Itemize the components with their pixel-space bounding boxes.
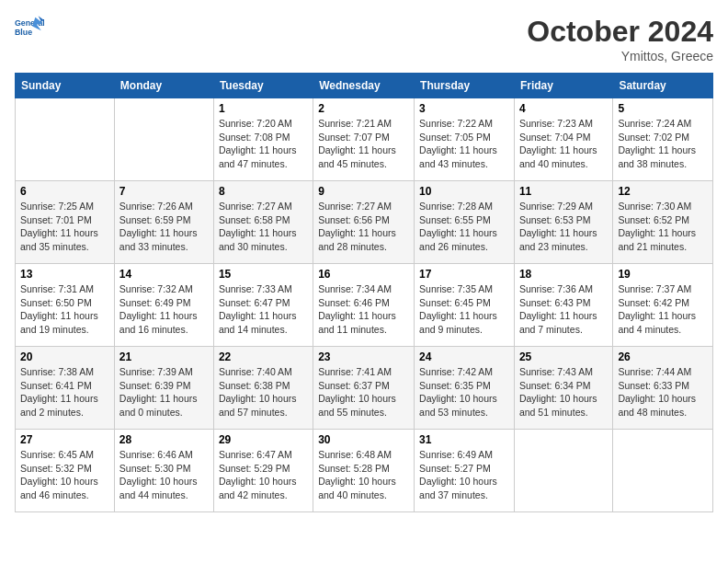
day-cell: 11Sunrise: 7:29 AMSunset: 6:53 PMDayligh… — [514, 181, 612, 264]
day-number: 5 — [618, 102, 708, 115]
week-row-1: 1Sunrise: 7:20 AMSunset: 7:08 PMDaylight… — [16, 98, 713, 181]
day-cell — [114, 98, 213, 181]
day-number: 25 — [519, 350, 608, 363]
day-info: Sunrise: 7:33 AMSunset: 6:47 PMDaylight:… — [219, 283, 297, 335]
day-number: 15 — [219, 268, 308, 281]
day-number: 17 — [419, 268, 509, 281]
day-cell: 13Sunrise: 7:31 AMSunset: 6:50 PMDayligh… — [16, 264, 115, 347]
logo: General Blue — [15, 15, 44, 40]
day-info: Sunrise: 7:30 AMSunset: 6:52 PMDaylight:… — [618, 201, 696, 252]
day-cell: 3Sunrise: 7:22 AMSunset: 7:05 PMDaylight… — [415, 98, 515, 181]
day-number: 6 — [20, 185, 109, 198]
header-tuesday: Tuesday — [213, 74, 313, 98]
header-thursday: Thursday — [415, 74, 515, 98]
day-cell: 2Sunrise: 7:21 AMSunset: 7:07 PMDaylight… — [313, 98, 415, 181]
day-info: Sunrise: 7:32 AMSunset: 6:49 PMDaylight:… — [119, 283, 198, 335]
day-info: Sunrise: 7:39 AMSunset: 6:39 PMDaylight:… — [119, 366, 198, 418]
day-number: 18 — [519, 268, 608, 281]
day-info: Sunrise: 7:35 AMSunset: 6:45 PMDaylight:… — [419, 283, 497, 335]
calendar-table: SundayMondayTuesdayWednesdayThursdayFrid… — [15, 73, 713, 512]
day-number: 26 — [618, 350, 708, 363]
day-cell: 29Sunrise: 6:47 AMSunset: 5:29 PMDayligh… — [213, 430, 313, 512]
day-cell: 30Sunrise: 6:48 AMSunset: 5:28 PMDayligh… — [313, 430, 415, 512]
day-number: 28 — [119, 433, 209, 446]
day-info: Sunrise: 7:42 AMSunset: 6:35 PMDaylight:… — [419, 366, 497, 418]
day-number: 13 — [20, 268, 109, 281]
day-number: 20 — [20, 350, 109, 363]
day-cell: 17Sunrise: 7:35 AMSunset: 6:45 PMDayligh… — [415, 264, 515, 347]
day-number: 2 — [318, 102, 409, 115]
header-monday: Monday — [114, 74, 213, 98]
day-info: Sunrise: 6:48 AMSunset: 5:28 PMDaylight:… — [318, 449, 396, 500]
day-info: Sunrise: 6:49 AMSunset: 5:27 PMDaylight:… — [419, 449, 497, 500]
week-row-3: 13Sunrise: 7:31 AMSunset: 6:50 PMDayligh… — [16, 264, 713, 347]
day-number: 23 — [318, 350, 409, 363]
day-number: 30 — [318, 433, 409, 446]
day-cell: 12Sunrise: 7:30 AMSunset: 6:52 PMDayligh… — [613, 181, 713, 264]
day-number: 11 — [519, 185, 608, 198]
location-subtitle: Ymittos, Greece — [527, 49, 713, 63]
day-info: Sunrise: 7:36 AMSunset: 6:43 PMDaylight:… — [519, 283, 597, 335]
day-info: Sunrise: 7:38 AMSunset: 6:41 PMDaylight:… — [20, 366, 98, 418]
day-number: 1 — [219, 102, 308, 115]
day-number: 22 — [219, 350, 308, 363]
day-info: Sunrise: 7:23 AMSunset: 7:04 PMDaylight:… — [519, 118, 597, 169]
day-cell — [16, 98, 115, 181]
day-info: Sunrise: 7:27 AMSunset: 6:56 PMDaylight:… — [318, 201, 396, 252]
day-info: Sunrise: 7:29 AMSunset: 6:53 PMDaylight:… — [519, 201, 597, 252]
day-cell: 14Sunrise: 7:32 AMSunset: 6:49 PMDayligh… — [114, 264, 213, 347]
day-cell — [613, 430, 713, 512]
day-cell: 20Sunrise: 7:38 AMSunset: 6:41 PMDayligh… — [16, 347, 115, 430]
day-cell: 19Sunrise: 7:37 AMSunset: 6:42 PMDayligh… — [613, 264, 713, 347]
day-cell: 8Sunrise: 7:27 AMSunset: 6:58 PMDaylight… — [213, 181, 313, 264]
day-cell: 7Sunrise: 7:26 AMSunset: 6:59 PMDaylight… — [114, 181, 213, 264]
day-info: Sunrise: 7:37 AMSunset: 6:42 PMDaylight:… — [618, 283, 696, 335]
day-cell: 15Sunrise: 7:33 AMSunset: 6:47 PMDayligh… — [213, 264, 313, 347]
day-info: Sunrise: 6:47 AMSunset: 5:29 PMDaylight:… — [219, 449, 297, 500]
day-info: Sunrise: 7:27 AMSunset: 6:58 PMDaylight:… — [219, 201, 297, 252]
day-info: Sunrise: 7:25 AMSunset: 7:01 PMDaylight:… — [20, 201, 98, 252]
day-cell: 22Sunrise: 7:40 AMSunset: 6:38 PMDayligh… — [213, 347, 313, 430]
day-info: Sunrise: 7:44 AMSunset: 6:33 PMDaylight:… — [618, 366, 696, 418]
day-number: 19 — [618, 268, 708, 281]
day-cell: 31Sunrise: 6:49 AMSunset: 5:27 PMDayligh… — [415, 430, 515, 512]
day-cell — [514, 430, 612, 512]
month-title: October 2024 — [527, 15, 713, 49]
day-number: 3 — [419, 102, 509, 115]
calendar-header-row: SundayMondayTuesdayWednesdayThursdayFrid… — [16, 74, 713, 98]
logo-icon: General Blue — [15, 15, 44, 40]
day-number: 29 — [219, 433, 308, 446]
day-number: 21 — [119, 350, 209, 363]
day-info: Sunrise: 7:20 AMSunset: 7:08 PMDaylight:… — [219, 118, 297, 169]
day-number: 10 — [419, 185, 509, 198]
day-number: 7 — [119, 185, 209, 198]
day-info: Sunrise: 6:45 AMSunset: 5:32 PMDaylight:… — [20, 449, 98, 500]
day-info: Sunrise: 7:41 AMSunset: 6:37 PMDaylight:… — [318, 366, 396, 418]
day-cell: 4Sunrise: 7:23 AMSunset: 7:04 PMDaylight… — [514, 98, 612, 181]
day-cell: 26Sunrise: 7:44 AMSunset: 6:33 PMDayligh… — [613, 347, 713, 430]
day-cell: 6Sunrise: 7:25 AMSunset: 7:01 PMDaylight… — [16, 181, 115, 264]
svg-text:Blue: Blue — [15, 28, 32, 37]
header-sunday: Sunday — [16, 74, 115, 98]
day-info: Sunrise: 7:26 AMSunset: 6:59 PMDaylight:… — [119, 201, 198, 252]
day-cell: 5Sunrise: 7:24 AMSunset: 7:02 PMDaylight… — [613, 98, 713, 181]
day-number: 16 — [318, 268, 409, 281]
day-info: Sunrise: 7:22 AMSunset: 7:05 PMDaylight:… — [419, 118, 497, 169]
page-header: General Blue October 2024 Ymittos, Greec… — [15, 15, 713, 63]
day-info: Sunrise: 7:21 AMSunset: 7:07 PMDaylight:… — [318, 118, 396, 169]
day-info: Sunrise: 7:28 AMSunset: 6:55 PMDaylight:… — [419, 201, 497, 252]
day-number: 12 — [618, 185, 708, 198]
day-number: 27 — [20, 433, 109, 446]
day-cell: 16Sunrise: 7:34 AMSunset: 6:46 PMDayligh… — [313, 264, 415, 347]
day-cell: 25Sunrise: 7:43 AMSunset: 6:34 PMDayligh… — [514, 347, 612, 430]
day-info: Sunrise: 7:24 AMSunset: 7:02 PMDaylight:… — [618, 118, 696, 169]
day-number: 4 — [519, 102, 608, 115]
day-number: 8 — [219, 185, 308, 198]
day-info: Sunrise: 7:40 AMSunset: 6:38 PMDaylight:… — [219, 366, 297, 418]
day-cell: 18Sunrise: 7:36 AMSunset: 6:43 PMDayligh… — [514, 264, 612, 347]
day-cell: 28Sunrise: 6:46 AMSunset: 5:30 PMDayligh… — [114, 430, 213, 512]
header-wednesday: Wednesday — [313, 74, 415, 98]
title-area: October 2024 Ymittos, Greece — [527, 15, 713, 63]
day-info: Sunrise: 7:34 AMSunset: 6:46 PMDaylight:… — [318, 283, 396, 335]
day-cell: 1Sunrise: 7:20 AMSunset: 7:08 PMDaylight… — [213, 98, 313, 181]
